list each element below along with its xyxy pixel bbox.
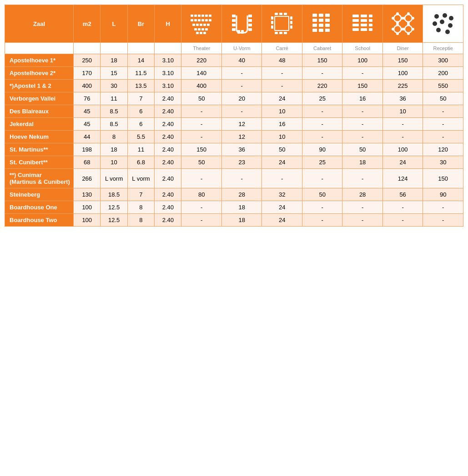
header-carre-icon xyxy=(262,5,302,43)
svg-point-79 xyxy=(405,15,412,22)
cell-zaal: *)Apostel 1 & 2 xyxy=(5,80,74,92)
cell-receptie: - xyxy=(423,201,463,214)
svg-point-83 xyxy=(412,17,414,20)
cell-uvorm: - xyxy=(221,105,262,118)
svg-rect-47 xyxy=(312,14,317,17)
cell-theater: 220 xyxy=(181,54,221,67)
cell-l: 11 xyxy=(101,92,127,105)
svg-point-87 xyxy=(392,28,394,30)
subheader-empty-4 xyxy=(127,43,154,54)
cell-receptie: 550 xyxy=(423,80,463,92)
cell-theater: - xyxy=(181,105,221,118)
cell-receptie: - xyxy=(423,214,463,227)
cell-m2: 198 xyxy=(74,143,101,156)
svg-rect-22 xyxy=(200,32,202,34)
table-row: Des Blaireaux458.562.40--10--10- xyxy=(5,105,463,118)
svg-rect-45 xyxy=(290,25,292,29)
cell-l: 30 xyxy=(101,80,127,92)
svg-rect-1 xyxy=(194,15,197,17)
cell-l: 18 xyxy=(101,143,127,156)
cell-h: 2.40 xyxy=(155,201,181,214)
cell-cabaret: 90 xyxy=(302,143,342,156)
svg-rect-37 xyxy=(271,16,273,20)
cell-uvorm: 28 xyxy=(221,188,262,201)
svg-point-80 xyxy=(407,12,410,15)
cell-l: L vorm xyxy=(101,169,127,188)
svg-rect-9 xyxy=(201,19,204,21)
cell-m2: 76 xyxy=(74,92,101,105)
svg-rect-63 xyxy=(361,15,367,17)
cell-cabaret: - xyxy=(302,214,342,227)
cell-theater: - xyxy=(181,169,221,188)
cell-carre: 24 xyxy=(262,214,302,227)
svg-rect-46 xyxy=(275,16,289,30)
cell-diner: 36 xyxy=(382,92,423,105)
cell-diner: 24 xyxy=(382,156,423,169)
svg-rect-57 xyxy=(319,29,323,32)
svg-rect-42 xyxy=(284,32,287,34)
cell-l: 10 xyxy=(101,156,127,169)
cell-m2: 44 xyxy=(74,131,101,143)
svg-rect-73 xyxy=(369,28,372,31)
cell-cabaret: 220 xyxy=(302,80,342,92)
cell-h: 2.40 xyxy=(155,169,181,188)
table-row: Jekerdal458.562.40-1216---- xyxy=(5,118,463,131)
svg-rect-26 xyxy=(232,24,236,26)
svg-rect-58 xyxy=(325,29,330,32)
cell-br: 7 xyxy=(127,92,154,105)
svg-point-77 xyxy=(392,17,394,20)
cell-diner: - xyxy=(382,201,423,214)
svg-rect-50 xyxy=(312,19,317,22)
subheader-carre-label: Carré xyxy=(262,43,302,54)
cell-school: - xyxy=(342,201,382,214)
cell-theater: 80 xyxy=(181,188,221,201)
svg-point-90 xyxy=(407,23,410,26)
svg-rect-6 xyxy=(191,19,193,21)
header-diner-icon xyxy=(382,5,423,43)
svg-rect-33 xyxy=(248,28,252,31)
cell-school: - xyxy=(342,131,382,143)
table-row: Verborgen Vallei761172.4050202425163650 xyxy=(5,92,463,105)
svg-rect-34 xyxy=(275,13,278,15)
cell-br: 6 xyxy=(127,105,154,118)
cell-h: 2.40 xyxy=(155,118,181,131)
svg-rect-72 xyxy=(361,28,367,31)
cell-school: - xyxy=(342,214,382,227)
subheader-theater-label: Theater xyxy=(181,43,221,54)
svg-point-74 xyxy=(394,15,401,22)
cell-diner: 100 xyxy=(382,143,423,156)
table-row: St. Martinus**19818112.40150365090501001… xyxy=(5,143,463,156)
cell-cabaret: - xyxy=(302,118,342,131)
svg-rect-31 xyxy=(248,19,252,22)
cell-receptie: - xyxy=(423,105,463,118)
svg-rect-7 xyxy=(194,19,197,21)
cell-br: 14 xyxy=(127,54,154,67)
cell-m2: 68 xyxy=(74,156,101,169)
svg-rect-39 xyxy=(271,25,273,29)
cell-diner: 100 xyxy=(382,67,423,80)
svg-rect-16 xyxy=(207,24,210,26)
svg-point-100 xyxy=(436,28,441,32)
header-zaal: Zaal xyxy=(5,5,74,43)
cell-uvorm: 18 xyxy=(221,201,262,214)
cell-cabaret: 150 xyxy=(302,54,342,67)
cell-uvorm: 36 xyxy=(221,143,262,156)
subheader-row: Theater U-Vorm Carré Cabaret School Dine… xyxy=(5,43,463,54)
cell-l: 8.5 xyxy=(101,105,127,118)
cell-h: 2.40 xyxy=(155,131,181,143)
cell-h: 2.40 xyxy=(155,214,181,227)
svg-rect-49 xyxy=(325,14,330,17)
cell-br: 13.5 xyxy=(127,80,154,92)
cell-m2: 45 xyxy=(74,105,101,118)
cell-receptie: 120 xyxy=(423,143,463,156)
table-row: Hoeve Nekum4485.52.40-1210---- xyxy=(5,131,463,143)
cell-receptie: 50 xyxy=(423,92,463,105)
cell-theater: - xyxy=(181,201,221,214)
svg-rect-21 xyxy=(196,32,199,34)
cell-school: - xyxy=(342,67,382,80)
cell-receptie: 90 xyxy=(423,188,463,201)
svg-rect-65 xyxy=(352,19,359,22)
svg-rect-70 xyxy=(369,24,372,26)
cell-theater: - xyxy=(181,118,221,131)
cell-l: 8 xyxy=(101,131,127,143)
